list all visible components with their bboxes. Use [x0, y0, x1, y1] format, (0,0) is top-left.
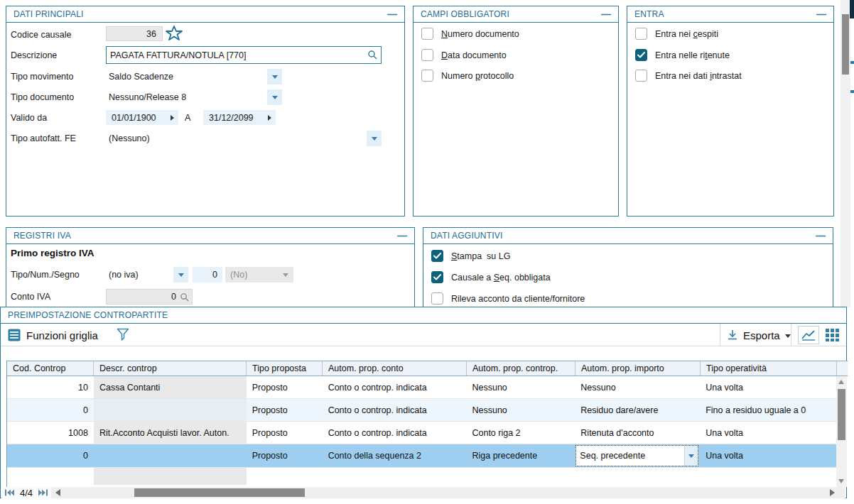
column-header-cod-controp[interactable]: Cod. Controp: [7, 361, 94, 376]
column-header-stub: [837, 361, 848, 376]
cell-importo-editing: Seq. precedente: [575, 444, 700, 467]
dropdown-open-icon[interactable]: [684, 446, 698, 466]
cell-descr: Rit.Acconto Acquisti lavor. Auton.: [94, 422, 247, 444]
tipo-movimento-dropdown-icon[interactable]: [267, 69, 282, 84]
grid-vertical-scrollbar[interactable]: [836, 376, 847, 487]
column-header-tipo-proposta[interactable]: Tipo proposta: [247, 361, 323, 376]
chart-button[interactable]: [798, 326, 819, 344]
column-header-descr-controp[interactable]: Descr. controp: [94, 361, 247, 376]
segno-dropdown-icon: [283, 273, 288, 277]
grid-toolbar: Funzioni griglia Esporta: [1, 324, 846, 346]
tipo-iva-dropdown-icon[interactable]: [173, 267, 188, 283]
rileva-acconto-checkbox[interactable]: [431, 292, 443, 305]
table-row[interactable]: 10 Cassa Contanti Proposto Conto o contr…: [7, 376, 836, 399]
chevron-down-icon: [785, 334, 791, 338]
record-position: 4/4: [20, 488, 33, 498]
minimize-icon[interactable]: —: [601, 11, 611, 18]
entra-ritenute-label: Entra nelle ritenute: [655, 50, 730, 60]
scroll-left-icon[interactable]: [55, 489, 60, 496]
panel-dati-aggiuntivi: DATI AGGIUNTIVI — Stampa su LG Causale a…: [423, 227, 833, 307]
valido-a-to-field[interactable]: 31/12/2099: [203, 110, 276, 125]
tipo-num-segno-label: Tipo/Num./Segno: [11, 270, 80, 280]
page-scrollbar-thumb[interactable]: [842, 14, 849, 75]
panel-campi-obbligatori: CAMPI OBBLIGATORI — Numero documento Dat…: [413, 6, 619, 217]
minimize-icon[interactable]: —: [816, 11, 826, 18]
cell-tipo: Proposto: [247, 444, 323, 467]
toolbar-separator: [791, 324, 791, 346]
valido-da-label: Valido da: [11, 113, 47, 123]
scroll-up-icon[interactable]: [838, 380, 844, 384]
column-header-autom-prop-importo[interactable]: Autom. prop. importo: [575, 361, 701, 376]
numero-protocollo-checkbox[interactable]: [421, 70, 433, 82]
favorite-star-icon[interactable]: [165, 24, 183, 43]
panel-title: DATI PRINCIPALI: [13, 9, 84, 19]
cell-descr: Cassa Contanti: [94, 376, 247, 398]
conto-iva-field[interactable]: 0: [106, 289, 193, 305]
table-row[interactable]: 0 Proposto Conto o controp. indicata Nes…: [7, 399, 836, 422]
codice-causale-field[interactable]: 36: [106, 26, 163, 41]
esporta-button[interactable]: Esporta: [727, 327, 791, 344]
valido-a-label: A: [185, 113, 190, 123]
grid-scrollbar-thumb[interactable]: [838, 389, 845, 440]
table-row-empty[interactable]: [7, 468, 836, 487]
grid-navbar: 4/4: [1, 487, 845, 498]
line-chart-icon: [801, 329, 816, 341]
entra-intrastat-label: Entra nei dati intrastat: [655, 71, 742, 81]
column-header-autom-prop-controp[interactable]: Autom. prop. controp.: [467, 361, 575, 376]
funzioni-griglia-button[interactable]: Funzioni griglia: [8, 327, 98, 344]
numero-protocollo-label: Numero protocollo: [441, 71, 514, 81]
entra-intrastat-checkbox[interactable]: [635, 70, 647, 82]
grid-icon: [826, 329, 840, 341]
tipo-documento-dropdown-icon[interactable]: [267, 89, 282, 105]
search-icon[interactable]: [180, 292, 189, 302]
grid-view-button[interactable]: [825, 328, 841, 342]
scroll-down-icon[interactable]: [838, 479, 844, 483]
checkbox-row-causale-seq: Causale a Seq. obbligata: [431, 271, 551, 283]
window-edge-mark: [850, 90, 854, 93]
stampa-lg-checkbox[interactable]: [431, 250, 443, 262]
minimize-icon[interactable]: —: [387, 11, 397, 18]
codice-causale-label: Codice causale: [11, 30, 71, 40]
tipo-autofatt-dropdown-icon[interactable]: [367, 131, 382, 146]
cell-importo: Residuo dare/avere: [575, 399, 700, 421]
entra-cespiti-checkbox[interactable]: [635, 28, 647, 40]
minimize-icon[interactable]: —: [397, 232, 407, 239]
cell-descr: [94, 399, 247, 421]
search-icon[interactable]: [367, 50, 377, 60]
column-header-autom-prop-conto[interactable]: Autom. prop. conto: [323, 361, 467, 376]
conto-iva-value: 0: [171, 292, 176, 302]
valido-da-from-value: 01/01/1900: [112, 113, 156, 123]
hscrollbar-thumb[interactable]: [134, 488, 305, 497]
first-record-icon[interactable]: [5, 489, 14, 496]
window-edge-mark: [850, 61, 854, 64]
numero-documento-checkbox[interactable]: [421, 28, 433, 40]
causale-seq-checkbox[interactable]: [431, 271, 443, 283]
filter-icon[interactable]: [117, 328, 129, 341]
panel-header-entra: ENTRA —: [627, 6, 833, 23]
segno-value: (No): [230, 270, 247, 280]
scroll-right-icon[interactable]: [830, 489, 835, 496]
table-row[interactable]: 1008 Rit.Acconto Acquisti lavor. Auton. …: [7, 422, 836, 444]
stampa-lg-label: Stampa su LG: [451, 251, 510, 261]
minimize-icon[interactable]: —: [816, 232, 826, 239]
cell-oper: Fino a residuo uguale a 0: [700, 399, 836, 421]
calendar-open-icon[interactable]: [268, 115, 271, 121]
valido-da-from-field[interactable]: 01/01/1900: [106, 110, 178, 125]
window-edge: [850, 0, 854, 18]
cell-empty: [575, 468, 700, 487]
data-documento-checkbox[interactable]: [421, 49, 433, 61]
segno-dropdown: (No): [225, 267, 293, 283]
entra-ritenute-checkbox[interactable]: [635, 49, 647, 61]
checkbox-row-numero-documento: Numero documento: [421, 28, 519, 40]
panel-registri-iva: REGISTRI IVA — Primo registro IVA Tipo/N…: [6, 227, 415, 307]
panel-header-contropartite: PREIMPOSTAZIONE CONTROPARTITE: [1, 307, 846, 324]
num-registro-field[interactable]: 0: [193, 267, 222, 283]
calendar-open-icon[interactable]: [171, 115, 174, 121]
last-record-icon[interactable]: [38, 489, 48, 496]
table-row-selected[interactable]: 0 Proposto Conto della sequenza 2 Riga p…: [7, 444, 836, 468]
column-header-tipo-operativita[interactable]: Tipo operatività: [701, 361, 837, 376]
page-vertical-scrollbar[interactable]: [841, 0, 850, 307]
descrizione-input[interactable]: PAGATA FATTURA/NOTULA [770]: [106, 46, 382, 64]
checkbox-row-entra-ritenute: Entra nelle ritenute: [635, 49, 730, 61]
importo-editor-dropdown[interactable]: Seq. precedente: [575, 445, 698, 466]
